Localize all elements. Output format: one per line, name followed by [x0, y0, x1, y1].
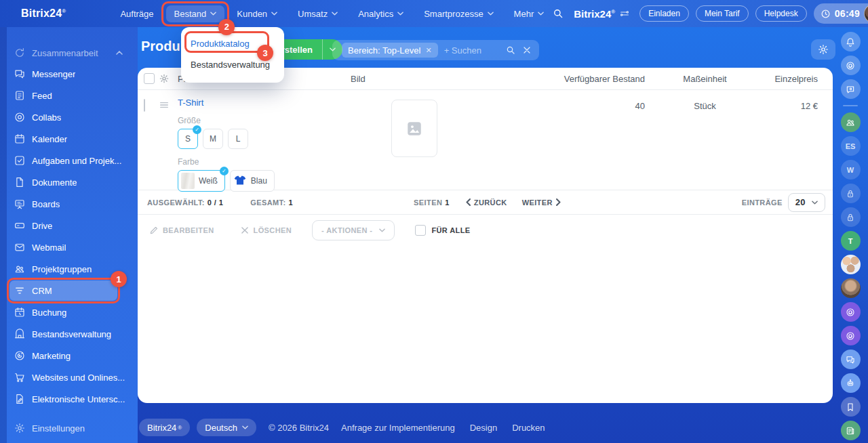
user-avatar[interactable] — [864, 4, 868, 23]
color-chip-blau[interactable]: Blau — [230, 170, 275, 192]
nav-item-mehr[interactable]: Mehr — [506, 5, 553, 22]
filter-search-icon[interactable] — [505, 45, 516, 56]
select-all-checkbox[interactable] — [144, 73, 155, 84]
rail-news-icon[interactable] — [841, 421, 861, 440]
remove-filter-icon[interactable]: ✕ — [425, 46, 431, 55]
rail-bookmark-icon[interactable] — [841, 397, 861, 417]
sync-icon — [14, 47, 26, 59]
for-all-checkbox-row[interactable]: FÜR ALLE — [415, 225, 470, 236]
language-select[interactable]: Deutsch — [197, 419, 256, 436]
size-chip-l[interactable]: L — [228, 129, 248, 149]
col-bestand[interactable]: Verfügbarer Bestand — [517, 74, 645, 84]
rail-spiral-icon[interactable] — [841, 326, 861, 345]
sidebar-item-bestandsverwaltung[interactable]: Bestandsverwaltung — [7, 323, 138, 345]
footer-brand[interactable]: Bitrix24® — [139, 419, 190, 436]
sidebar-item-dokumente[interactable]: Dokumente — [7, 171, 138, 193]
size-chip-s[interactable]: S✓ — [178, 129, 198, 149]
size-chip-m[interactable]: M — [203, 129, 223, 149]
grid-settings-button[interactable] — [811, 39, 835, 60]
actions-bar: BEARBEITEN LÖSCHEN - AKTIONEN - FÜR ALLE — [138, 215, 833, 246]
rail-workspace-badge-ES[interactable]: ES — [841, 136, 861, 156]
sidebar-item-label: Dokumente — [32, 177, 77, 188]
footer-link-drucken[interactable]: Drucken — [512, 423, 545, 433]
col-einzelpreis[interactable]: Einzelpreis — [765, 74, 818, 84]
rail-spiral-icon[interactable] — [841, 302, 861, 322]
rail-chat-sync-icon[interactable] — [841, 79, 861, 99]
rail-person-avatar[interactable] — [841, 278, 861, 298]
sliders-icon[interactable] — [619, 8, 630, 19]
sidebar-edge — [0, 27, 7, 443]
rail-workspace-badge-W[interactable]: W — [841, 160, 861, 180]
sidebar-item-einstellungen[interactable]: Einstellungen — [7, 417, 138, 439]
rail-lock-icon[interactable] — [841, 184, 861, 203]
nav-item-bestand[interactable]: Bestand 2 — [166, 5, 225, 22]
col-bild[interactable]: Bild — [351, 74, 517, 84]
time-tracker[interactable]: 06:49 — [814, 3, 868, 24]
prev-page-button[interactable]: ZURÜCK — [466, 198, 507, 207]
filter-search-bar[interactable]: Bereich: Top-Level ✕ + Suchen — [332, 40, 539, 60]
sidebar-item-messenger[interactable]: Messenger — [7, 63, 138, 85]
helpdesk-button[interactable]: Helpdesk — [755, 5, 807, 22]
for-all-checkbox[interactable] — [415, 225, 426, 236]
sidebar-item-kalender[interactable]: Kalender — [7, 128, 138, 150]
sidebar-items: MessengerFeedCollabsKalenderAufgaben und… — [7, 63, 138, 439]
nav-item-analytics[interactable]: Analytics — [350, 5, 412, 22]
rail-group-avatar[interactable] — [841, 255, 861, 274]
col-masseinheit[interactable]: Maßeinheit — [645, 74, 765, 84]
my-plan-button[interactable]: Mein Tarif — [696, 5, 749, 22]
footer: Bitrix24® Deutsch © 2026 Bitrix24 Anfrag… — [139, 414, 545, 441]
clear-search-icon[interactable] — [521, 45, 532, 56]
sidebar-item-label: Collabs — [32, 112, 61, 123]
footer-link-design[interactable]: Design — [470, 423, 497, 433]
sidebar-item-boards[interactable]: Boards — [7, 193, 138, 215]
sidebar-item-buchung[interactable]: Buchung — [7, 301, 138, 323]
rail-people-icon[interactable] — [841, 112, 861, 132]
sidebar-item-collabs[interactable]: Collabs — [7, 106, 138, 128]
sidebar-item-feed[interactable]: Feed — [7, 85, 138, 106]
rail-bell-icon[interactable] — [841, 32, 861, 51]
rail-robot-icon[interactable] — [841, 373, 861, 393]
entries-select[interactable]: 20 — [788, 193, 825, 212]
sidebar-section-zusammenarbeit[interactable]: Zusammenarbeit — [7, 43, 138, 63]
nav-item-umsatz[interactable]: Umsatz — [290, 5, 346, 22]
filter-chip[interactable]: Bereich: Top-Level ✕ — [342, 43, 438, 58]
size-chips: S✓ML — [178, 129, 351, 149]
sidebar-item-aufgaben-und-projek[interactable]: Aufgaben und Projek... — [7, 150, 138, 171]
delete-button[interactable]: LÖSCHEN — [240, 226, 292, 235]
edit-button[interactable]: BEARBEITEN — [149, 226, 214, 235]
next-page-button[interactable]: WEITER — [522, 198, 561, 207]
rail-lock-icon[interactable] — [841, 207, 861, 227]
sidebar-item-label: Webmail — [32, 242, 66, 253]
product-image-placeholder[interactable] — [391, 100, 437, 157]
sidebar-item-label: CRM — [32, 286, 52, 296]
product-link[interactable]: T-Shirt — [178, 98, 351, 108]
invite-button[interactable]: Einladen — [639, 5, 689, 22]
nav-item-smartprozesse[interactable]: Smartprozesse — [416, 5, 501, 22]
sidebar-item-crm[interactable]: CRM 1 — [7, 280, 138, 301]
color-chip-wei[interactable]: Weiß✓ — [178, 170, 225, 192]
sidebar-item-label: Elektronische Untersc... — [32, 394, 125, 404]
sidebar-item-label: Drive — [32, 221, 52, 231]
row-checkbox[interactable] — [144, 99, 145, 112]
selected-check-icon: ✓ — [220, 167, 229, 175]
nav-item-kunden[interactable]: Kunden — [229, 5, 285, 22]
sidebar-item-webmail[interactable]: Webmail — [7, 236, 138, 258]
chevron-up-icon — [116, 51, 123, 55]
rail-copilot-icon[interactable] — [841, 56, 861, 75]
pagination-bar: AUSGEWÄHLT:0 / 1 GESAMT:1 SEITEN1 ZURÜCK… — [138, 190, 833, 215]
sidebar-item-websites-und-onlines[interactable]: Websites und Onlines... — [7, 366, 138, 388]
cart-icon — [14, 371, 26, 383]
drag-handle-icon[interactable] — [159, 100, 170, 110]
rail-chat-bubbles-icon[interactable] — [841, 350, 861, 369]
nav-item-auftr-ge[interactable]: Aufträge — [112, 5, 161, 22]
footer-link-anfrage-zur-implementierung[interactable]: Anfrage zur Implementierung — [341, 423, 455, 433]
search-icon[interactable] — [552, 7, 564, 20]
sidebar-item-marketing[interactable]: Marketing — [7, 345, 138, 366]
brand-label: Bitrix24® — [574, 8, 630, 20]
sidebar-item-label: Marketing — [32, 351, 71, 361]
rail-workspace-badge-T[interactable]: T — [841, 231, 861, 251]
sidebar-item-drive[interactable]: Drive — [7, 215, 138, 236]
sidebar-item-elektronische-untersc[interactable]: Elektronische Untersc... — [7, 388, 138, 410]
actions-dropdown[interactable]: - AKTIONEN - — [312, 220, 395, 240]
column-settings-icon[interactable] — [159, 73, 170, 84]
